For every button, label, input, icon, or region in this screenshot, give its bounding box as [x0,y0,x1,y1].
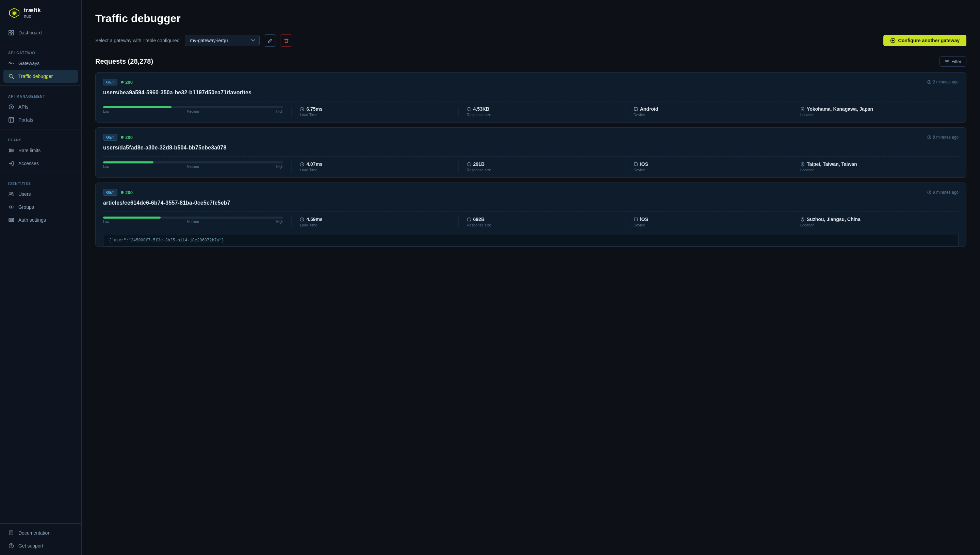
sidebar-item-portals[interactable]: Portals [0,113,82,126]
sidebar-item-label: Users [18,191,31,197]
page-title: Traffic debugger [95,12,966,25]
location-icon [800,162,805,167]
svg-point-47 [802,108,803,109]
sidebar-item-label: APIs [18,104,29,110]
filter-button[interactable]: Filter [940,56,966,67]
clock-icon [927,190,931,194]
location-metric: Yokohama, Kanagawa, Japan Location [792,106,959,117]
sidebar-item-documentation[interactable]: Documentation [0,526,82,539]
sidebar-item-groups[interactable]: Groups [0,201,82,213]
svg-line-8 [12,77,14,79]
svg-rect-4 [11,30,14,32]
sidebar-divider [0,42,82,42]
plans-section-label: PLANS [0,132,82,144]
sliders-icon [8,148,14,154]
location-icon [800,107,805,111]
grid-icon [8,30,14,36]
load-bar-fill [103,161,153,164]
trash-icon [284,38,289,43]
sidebar-item-label: Groups [18,204,34,210]
load-time-metric: 4.07ms Load Time [292,161,458,172]
time-ago: 8 minutes ago [927,135,959,140]
toolbar: Select a gateway with Treble configured:… [95,34,966,47]
time-ago: 9 minutes ago [927,190,959,195]
shield-icon [467,217,471,222]
configure-btn-label: Configure another gateway [898,38,959,43]
load-time-metric: 4.59ms Load Time [292,217,458,227]
svg-point-57 [802,218,803,220]
filter-btn-label: Filter [951,59,961,64]
sidebar-bottom: Documentation Get support [0,523,82,555]
person-card-icon [8,217,14,223]
card-metrics: Low Medium High 6.75ms Load Time [103,101,959,117]
svg-point-14 [10,149,11,150]
method-badge: GET [103,189,117,196]
svg-point-27 [11,206,13,209]
edit-gateway-button[interactable] [264,34,276,47]
method-badge: GET [103,79,117,85]
request-card[interactable]: GET 200 8 minutes ago users [95,127,966,178]
svg-point-24 [10,192,11,194]
load-bar: Low Medium High [103,161,292,172]
card-metrics: Low Medium High 4.07ms Load Time [103,156,959,172]
configure-gateway-button[interactable]: Configure another gateway [883,35,966,46]
api-gateway-section-label: API GATEWAY [0,45,82,57]
device-metric: Android Device [625,106,792,117]
request-card[interactable]: GET 200 2 minutes ago users [95,72,966,123]
clock-icon [927,135,931,139]
code-preview: {"user":"245000f7-5f3c-3bf5-b114-18e2968… [103,234,959,247]
logo-name: træfik [24,7,41,14]
help-icon [8,543,14,549]
card-metrics: Low Medium High 4.59ms Load Time [103,212,959,232]
sidebar-item-auth-settings[interactable]: Auth settings [0,213,82,226]
sidebar-item-accesses[interactable]: Accesses [0,157,82,170]
activity-icon [8,60,14,66]
sidebar-item-gateways[interactable]: Gateways [0,57,82,70]
search-icon [8,73,14,79]
svg-point-16 [10,151,11,152]
shield-icon [467,107,471,111]
svg-rect-6 [11,33,14,35]
svg-rect-3 [9,30,11,32]
sidebar-item-users[interactable]: Users [0,188,82,201]
sidebar-item-apis[interactable]: APIs [0,101,82,113]
location-icon [800,217,805,222]
request-path: articles/ce614dc6-6b74-3557-81ba-0ce5c7f… [103,200,959,206]
svg-point-10 [11,106,12,107]
sidebar-item-traffic-debugger[interactable]: Traffic debugger [3,70,78,83]
device-icon [634,162,638,167]
sidebar: træfik hub Dashboard API GATEWAY Gateway… [0,0,82,555]
sidebar-item-label: Portals [18,117,34,123]
status-badge: 200 [121,80,133,85]
response-size-metric: 291B Response size [459,161,625,172]
sidebar-item-rate-limits[interactable]: Rate limits [0,144,82,157]
sidebar-item-label: Get support [18,543,43,549]
response-size-metric: 692B Response size [459,217,625,227]
sidebar-item-label: Rate limits [18,148,40,153]
sidebar-item-label: Auth settings [18,217,46,223]
sidebar-item-label: Documentation [18,530,50,536]
device-metric: iOS Device [625,161,792,172]
sidebar-item-dashboard[interactable]: Dashboard [0,26,82,39]
identities-section-label: IDENTITIES [0,176,82,188]
method-badge: GET [103,134,117,141]
load-bar: Low Medium High [103,217,292,227]
timer-icon [300,217,304,222]
sidebar-divider-2 [0,85,82,86]
gateway-select[interactable]: my-gateway-ierqu [185,35,260,46]
request-list: GET 200 2 minutes ago users [95,72,966,247]
layout-icon [8,117,14,123]
requests-title: Requests (28,278) [95,58,153,66]
load-bar-fill [103,217,161,218]
location-metric: Taipei, Taiwan, Taiwan Location [792,161,959,172]
load-bar-fill [103,106,171,108]
delete-gateway-button[interactable] [280,34,292,47]
request-card[interactable]: GET 200 9 minutes ago artic [95,183,966,247]
gateway-select-label: Select a gateway with Treble configured: [95,38,181,43]
request-path: users/da5fad8e-a30e-32d8-b504-bb75ebe3a0… [103,145,959,151]
sidebar-item-get-support[interactable]: Get support [0,539,82,552]
filter-icon [945,59,950,64]
sidebar-divider-4 [0,173,82,173]
plus-circle-icon [890,38,895,43]
edit-icon [267,38,273,43]
